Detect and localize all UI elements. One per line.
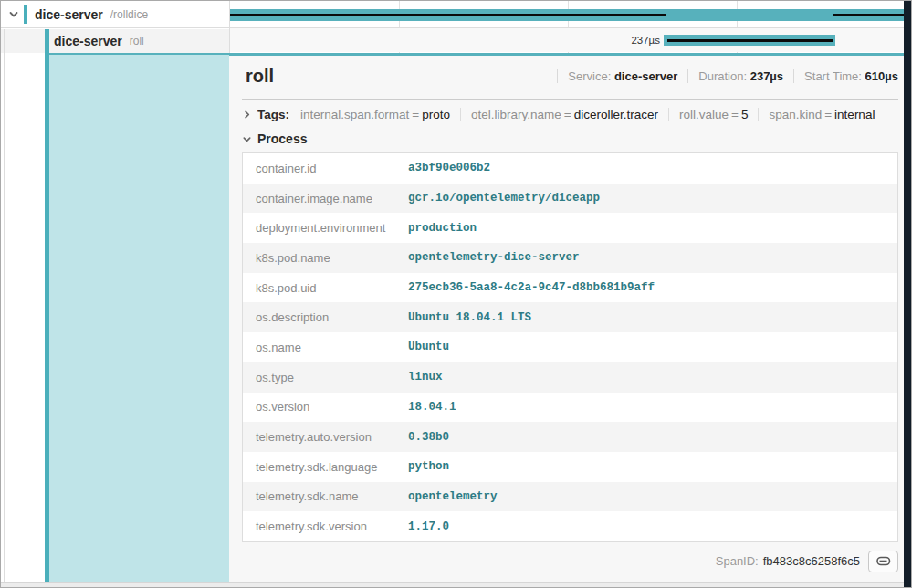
table-row[interactable]: telemetry.sdk.name opentelemetry [243,482,897,512]
attribute-value: 275ecb36-5aa8-4c2a-9c47-d8bb681b9aff [408,281,655,294]
span-row-roll[interactable]: dice-server roll [1,29,229,53]
span-detail-footer: SpanID: fb483c8c6258f6c5 [242,550,898,573]
tag-equals: = [561,108,574,121]
table-row[interactable]: os.version 18.04.1 [243,393,897,423]
span-detail-panel: roll Service: dice-server Duration: 237µ… [229,53,906,583]
tag-value: internal [834,108,875,121]
attribute-value: 18.04.1 [408,401,456,414]
summary-item: Start Time: 610µs [793,69,898,83]
span-row-rolldice[interactable]: dice-server /rolldice [1,1,229,28]
attribute-key: telemetry.auto.version [243,430,408,444]
service-name: dice-server [35,7,103,22]
attribute-value: linux [408,371,443,383]
table-row[interactable]: os.name Ubuntu [243,332,897,362]
attribute-value: 0.38b0 [408,431,449,444]
summary-value: 237µs [750,69,783,83]
summary-label: Start Time: [804,69,862,83]
child-span-marker [833,14,904,16]
attribute-key: telemetry.sdk.name [243,489,408,503]
span-detail-header: roll Service: dice-server Duration: 237µ… [242,56,898,87]
service-name: dice-server [54,34,122,48]
span-self-marker [667,39,833,42]
attribute-value: 1.17.0 [408,520,449,533]
tag-item: span.kind=internal [758,108,885,121]
summary-item: Service: dice-server [557,69,687,83]
attribute-value: Ubuntu [408,341,449,353]
table-row[interactable]: deployment.environment production [243,213,897,243]
selection-fill [49,53,229,583]
table-row[interactable]: k8s.pod.name opentelemetry-dice-server [243,243,897,273]
table-row[interactable]: telemetry.sdk.version 1.17.0 [243,511,897,541]
attribute-value: opentelemetry-dice-server [408,251,580,264]
summary-item: Duration: 237µs [687,69,793,83]
tag-key: roll.value [679,108,729,121]
tags-section-header[interactable]: Tags: internal.span.format=proto otel.li… [242,108,898,121]
indent-guide [26,53,26,583]
attribute-key: os.name [243,341,408,354]
chevron-down-icon [242,134,252,144]
chevron-right-icon [242,110,252,120]
indent-guide [26,29,26,53]
deep-link-button[interactable] [868,551,898,572]
span-title: roll [246,66,274,87]
attribute-value: a3bf90e006b2 [408,162,490,174]
table-row[interactable]: telemetry.sdk.language python [243,452,897,482]
table-row[interactable]: telemetry.auto.version 0.38b0 [243,422,897,452]
selected-span-highlight [1,53,229,583]
span-color-bar [45,29,49,53]
horizontal-scrollbar-track [1,582,906,587]
summary-label: Service: [568,69,611,83]
operation-name: roll [130,35,144,47]
link-icon [875,556,891,566]
attribute-value: gcr.io/opentelemetry/diceapp [408,192,600,205]
indent-guide [4,53,5,583]
attribute-value: Ubuntu 18.04.1 LTS [408,311,531,324]
attribute-key: k8s.pod.uid [243,281,408,295]
process-section-header[interactable]: Process [242,131,898,146]
attribute-key: container.id [243,162,408,175]
attribute-value: python [408,460,449,473]
attribute-key: k8s.pod.name [243,251,408,265]
tag-item: otel.library.name=diceroller.tracer [460,108,668,121]
span-id-label: SpanID: [716,554,759,568]
window-edge [904,1,911,588]
tags-section-label: Tags: [257,108,289,121]
summary-value: dice-server [614,69,677,83]
table-row[interactable]: container.id a3bf90e006b2 [243,153,897,184]
tag-equals: = [409,108,422,121]
table-row[interactable]: os.description Ubuntu 18.04.1 LTS [243,302,897,332]
tag-item: roll.value=5 [668,108,758,121]
span-color-bar [24,5,27,24]
attribute-key: os.description [243,310,408,324]
summary-label: Duration: [698,69,747,83]
timeline-row-rolldice [230,1,906,28]
attribute-key: os.version [243,400,408,414]
attribute-key: container.image.name [243,192,408,205]
span-duration-label: 237µs [631,35,660,46]
process-attributes-table: container.id a3bf90e006b2 container.imag… [242,152,898,542]
table-row[interactable]: container.image.name gcr.io/opentelemetr… [243,184,897,214]
operation-name: /rolldice [110,8,148,21]
tag-value: 5 [741,108,749,121]
attribute-key: os.type [243,371,408,384]
table-row[interactable]: os.type linux [243,362,897,393]
tag-item: internal.span.format=proto [293,108,460,121]
attribute-key: deployment.environment [243,221,408,235]
tag-key: internal.span.format [300,108,409,121]
tag-value: proto [422,108,450,121]
process-section-label: Process [257,131,307,146]
span-bar-rolldice[interactable] [230,9,904,21]
tags-list: internal.span.format=proto otel.library.… [293,108,885,121]
table-row[interactable]: k8s.pod.uid 275ecb36-5aa8-4c2a-9c47-d8bb… [243,273,897,303]
tag-equals: = [822,108,834,121]
indent-guide [4,29,5,53]
span-id-value: fb483c8c6258f6c5 [763,554,860,568]
attribute-value: production [408,222,477,235]
summary-value: 610µs [865,69,898,83]
tag-value: diceroller.tracer [574,108,658,121]
attribute-value: opentelemetry [408,490,498,503]
span-summary: Service: dice-server Duration: 237µs Sta… [557,69,898,83]
child-span-marker [230,14,666,16]
span-bar-roll[interactable] [664,35,835,46]
chevron-down-icon[interactable] [8,9,19,20]
